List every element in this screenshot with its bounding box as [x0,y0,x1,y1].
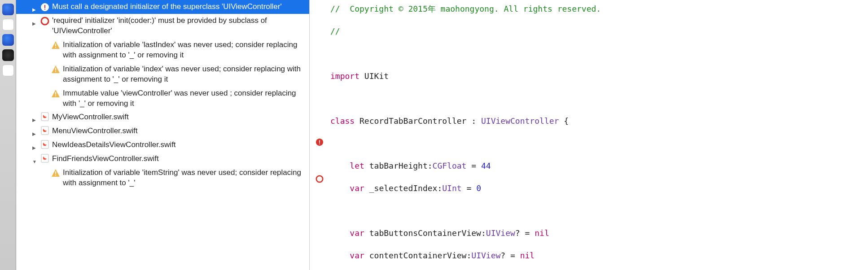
swift-file-icon [40,112,49,121]
dock-app[interactable] [2,65,14,76]
code-line [329,138,868,149]
code-line: import UIKit [329,70,868,82]
file-name: FindFriendsViewController.swift [52,154,306,164]
error-icon [40,3,49,12]
dock-app[interactable] [2,19,14,30]
svg-rect-2 [44,9,45,10]
disclosure-spacer [43,91,49,97]
error-outline-icon [40,17,49,26]
dock [0,0,16,270]
issue-row[interactable]: Initialization of variable 'lastIndex' w… [16,38,309,62]
svg-rect-18 [55,171,56,174]
file-row[interactable]: MenuViewController.swift [16,124,309,138]
dock-app[interactable] [2,34,14,46]
svg-rect-1 [44,5,45,8]
svg-rect-19 [55,175,56,176]
file-row[interactable]: FindFriendsViewController.swift [16,152,309,166]
code-line: class RecordTabBarController : UIViewCon… [329,115,868,126]
disclosure-triangle-icon[interactable] [32,128,39,135]
disclosure-triangle-icon[interactable] [32,114,39,121]
issue-text: Initialization of variable 'lastIndex' w… [63,40,306,61]
issue-row[interactable]: 'required' initializer 'init(coder:)' mu… [16,14,309,38]
code-line: var tabButtonsContainerView:UIView? = ni… [329,227,868,239]
issue-text: Immutable value 'viewController' was nev… [63,88,306,109]
file-row[interactable]: NewIdeasDetailsViewController.swift [16,138,309,152]
issue-text: Initialization of variable 'index' was n… [63,64,306,85]
dock-app[interactable] [2,4,14,15]
code-line: // Copyright © 2015年 maohongyong. All ri… [329,3,868,14]
svg-rect-8 [55,68,56,70]
swift-file-icon [40,154,49,163]
code-line: var _selectedIndex:UInt = 0 [329,183,868,194]
svg-rect-21 [319,140,320,143]
issue-row[interactable]: Must call a designated initializer of th… [16,0,309,14]
warning-icon [51,89,60,98]
code-line [329,93,868,104]
issue-row[interactable]: Initialization of variable 'itemString' … [16,166,309,190]
disclosure-triangle-icon[interactable] [32,156,39,162]
issue-text: Must call a designated initializer of th… [52,2,306,12]
code-line: var contentContainerView:UIView? = nil [329,250,868,261]
file-name: MyViewController.swift [52,112,306,122]
code-line [329,48,868,59]
svg-rect-9 [55,71,56,72]
issue-row[interactable]: Initialization of variable 'index' was n… [16,62,309,87]
svg-rect-6 [55,47,56,48]
svg-point-23 [316,176,323,182]
svg-point-3 [41,17,48,25]
error-icon[interactable] [316,138,324,146]
issue-row[interactable]: Immutable value 'viewController' was nev… [16,87,309,111]
disclosure-spacer [43,66,49,73]
editor-gutter [310,0,329,270]
svg-rect-5 [55,44,56,46]
warning-icon [51,41,60,50]
file-row[interactable]: MyViewController.swift [16,110,309,124]
svg-rect-11 [55,92,56,95]
issue-text: Initialization of variable 'itemString' … [63,168,306,188]
disclosure-triangle-icon[interactable] [32,18,39,24]
code-line: let tabBarHeight:CGFloat = 44 [329,160,868,171]
dock-app[interactable] [2,49,14,61]
warning-icon [51,65,60,74]
file-name: NewIdeasDetailsViewController.swift [52,140,306,150]
error-outline-icon[interactable] [316,175,324,183]
disclosure-spacer [43,170,49,176]
disclosure-spacer [43,42,49,48]
svg-rect-22 [319,144,320,144]
source-editor[interactable]: // Copyright © 2015年 maohongyong. All ri… [329,0,868,270]
disclosure-triangle-icon[interactable] [32,4,39,10]
swift-file-icon [40,126,49,135]
issue-navigator[interactable]: Must call a designated initializer of th… [16,0,310,270]
issue-text: 'required' initializer 'init(coder:)' mu… [52,16,306,36]
disclosure-triangle-icon[interactable] [32,142,39,148]
code-line [329,205,868,216]
code-line: // [329,26,868,37]
svg-rect-12 [55,95,56,96]
warning-icon [51,169,60,178]
file-name: MenuViewController.swift [52,126,306,136]
swift-file-icon [40,140,49,149]
